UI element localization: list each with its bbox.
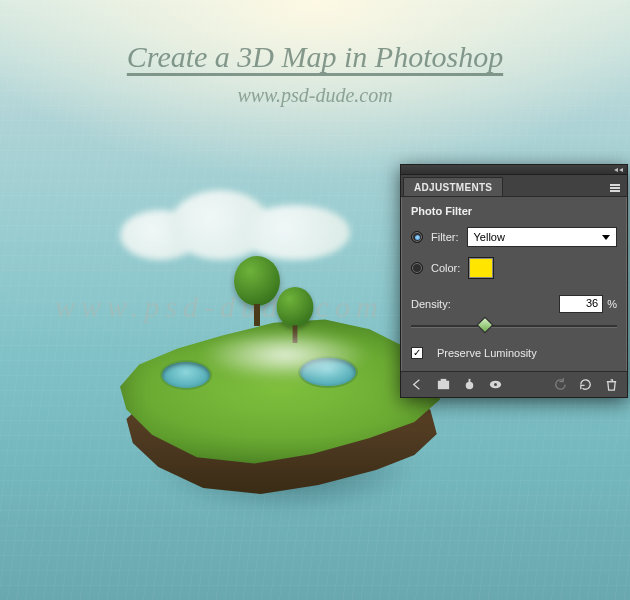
clip-to-layer-icon[interactable] <box>459 376 479 394</box>
preserve-luminosity-checkbox[interactable] <box>411 347 423 359</box>
panel-collapse-bar[interactable]: ◂◂ <box>401 165 627 175</box>
preserve-luminosity-row: Preserve Luminosity <box>411 347 617 359</box>
document-canvas: Create a 3D Map in Photoshop www.psd-dud… <box>0 0 630 600</box>
preserve-luminosity-label: Preserve Luminosity <box>437 347 537 359</box>
menu-icon <box>610 187 620 189</box>
color-swatch[interactable] <box>468 257 494 279</box>
color-row: Color: <box>411 257 617 279</box>
chevron-down-icon <box>602 235 610 240</box>
adjustment-name: Photo Filter <box>411 205 617 217</box>
filter-label: Filter: <box>431 231 459 243</box>
expand-view-icon[interactable] <box>433 376 453 394</box>
density-slider[interactable] <box>411 317 617 335</box>
adjustments-panel: ◂◂ ADJUSTMENTS Photo Filter Filter: Yell… <box>400 164 628 398</box>
filter-select-value: Yellow <box>474 231 505 243</box>
density-input[interactable]: 36 <box>559 295 603 313</box>
slider-thumb-icon <box>477 317 494 334</box>
filter-select[interactable]: Yellow <box>467 227 618 247</box>
density-row: Density: 36 % <box>411 295 617 313</box>
panel-body: Photo Filter Filter: Yellow Color: Densi… <box>401 197 627 371</box>
color-radio[interactable] <box>411 262 423 274</box>
visibility-icon[interactable] <box>485 376 505 394</box>
reset-icon[interactable] <box>575 376 595 394</box>
svg-rect-1 <box>440 379 446 382</box>
density-label: Density: <box>411 298 451 310</box>
mist-art <box>200 330 370 380</box>
svg-point-5 <box>494 383 497 386</box>
filter-row: Filter: Yellow <box>411 227 617 247</box>
previous-state-icon[interactable] <box>549 376 569 394</box>
trash-icon[interactable] <box>601 376 621 394</box>
back-arrow-icon[interactable] <box>407 376 427 394</box>
panel-menu-button[interactable] <box>606 180 624 196</box>
filter-radio[interactable] <box>411 231 423 243</box>
panel-tabbar: ADJUSTMENTS <box>401 175 627 197</box>
svg-rect-0 <box>437 381 448 389</box>
tree-art <box>234 256 280 326</box>
svg-rect-3 <box>468 379 470 383</box>
page-title: Create a 3D Map in Photoshop <box>0 40 630 74</box>
density-suffix: % <box>607 298 617 310</box>
color-label: Color: <box>431 262 460 274</box>
tab-adjustments[interactable]: ADJUSTMENTS <box>403 177 503 196</box>
collapse-arrows-icon: ◂◂ <box>614 165 624 174</box>
page-subtitle: www.psd-dude.com <box>0 84 630 107</box>
svg-point-2 <box>465 382 473 390</box>
panel-footer <box>401 371 627 397</box>
